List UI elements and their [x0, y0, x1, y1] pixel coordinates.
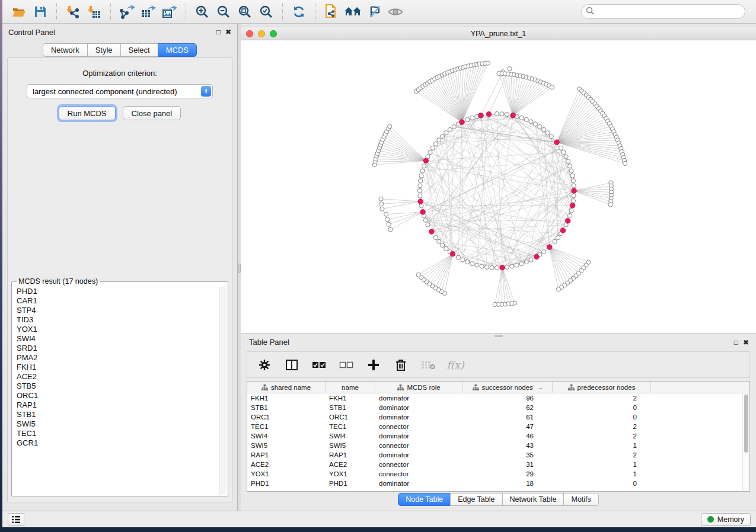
horizontal-splitter[interactable]	[495, 335, 503, 337]
close-window-button[interactable]	[246, 30, 253, 37]
mcds-list-item[interactable]: TEC1	[13, 429, 219, 438]
show-all-button[interactable]	[342, 2, 363, 21]
minimize-window-button[interactable]	[258, 30, 265, 37]
refresh-button[interactable]	[288, 2, 310, 21]
table-row[interactable]: ACE2ACE2connector311	[247, 460, 749, 469]
network-canvas[interactable]	[241, 40, 756, 334]
close-panel-button[interactable]: Close panel	[123, 106, 181, 120]
table-scrollbar-thumb[interactable]	[744, 395, 748, 453]
zoom-window-button[interactable]	[270, 30, 277, 37]
mcds-list-item[interactable]: ACE2	[13, 372, 219, 382]
mcds-list-item[interactable]: GCR1	[13, 438, 219, 448]
import-table-button[interactable]	[84, 2, 105, 21]
mcds-list-item[interactable]: SWI5	[13, 419, 219, 429]
mcds-list-item[interactable]: STB1	[13, 410, 219, 419]
column-header-MCDS-role[interactable]: MCDS role	[375, 382, 463, 393]
column-header-name[interactable]: name	[326, 382, 375, 393]
mcds-list-item[interactable]: TID3	[13, 315, 219, 325]
table-row[interactable]: YOX1YOX1connector291	[247, 469, 749, 479]
table-cell: SWI4	[247, 431, 326, 441]
import-network-icon	[66, 5, 80, 19]
table-cell: 1	[553, 469, 651, 479]
table-row[interactable]: ORC1ORC1dominator610	[247, 412, 749, 422]
tab-mcds[interactable]: MCDS	[158, 43, 197, 57]
create-column-button[interactable]	[366, 357, 381, 373]
table-row[interactable]: SWI4SWI4dominator462	[247, 431, 749, 441]
mcds-list-item[interactable]: CAR1	[13, 296, 219, 306]
open-file-button[interactable]	[8, 2, 30, 21]
table-cell: connector	[375, 460, 463, 469]
mcds-list-item[interactable]: RAP1	[13, 400, 219, 410]
table-scrollbar[interactable]	[742, 393, 749, 491]
close-table-panel-icon[interactable]: ✖	[743, 339, 749, 346]
table-row[interactable]: TEC1TEC1connector472	[247, 422, 749, 431]
open-folder-icon	[12, 5, 26, 18]
mcds-list-item[interactable]: YOX1	[13, 325, 219, 334]
table-tab-network-table[interactable]: Network Table	[502, 493, 564, 506]
zoom-fit-button[interactable]	[234, 2, 256, 21]
mcds-list-item[interactable]: STP4	[13, 306, 219, 315]
export-image-button[interactable]	[159, 2, 180, 21]
table-cell	[651, 431, 749, 441]
table-row[interactable]: PHD1PHD1dominator180	[247, 479, 749, 488]
criterion-dropdown[interactable]: largest connected component (undirected)…	[27, 84, 213, 98]
delete-column-button[interactable]	[393, 357, 409, 373]
save-session-button[interactable]	[30, 2, 51, 21]
column-label: MCDS role	[407, 384, 440, 391]
toolbar-separator	[186, 4, 186, 20]
mcds-list-item[interactable]: PHD1	[13, 287, 219, 296]
hide-all-columns-button[interactable]	[339, 357, 354, 373]
search-input[interactable]	[581, 4, 745, 19]
table-tab-motifs[interactable]: Motifs	[563, 493, 598, 506]
column-header-predecessor-nodes[interactable]: predecessor nodes	[553, 382, 651, 393]
mcds-list-item[interactable]: SRD1	[13, 344, 219, 353]
mcds-list-item[interactable]: SWI4	[13, 334, 219, 344]
table-cell	[651, 441, 749, 450]
float-table-panel-icon[interactable]: □	[734, 339, 738, 346]
mcds-list-item[interactable]: FKH1	[13, 363, 219, 372]
export-table-button[interactable]	[138, 2, 159, 21]
table-cell: FKH1	[326, 393, 375, 403]
run-mcds-button[interactable]: Run MCDS	[59, 106, 116, 120]
table-cell: ORC1	[247, 412, 326, 422]
export-network-button[interactable]	[116, 2, 138, 21]
table-row[interactable]: RAP1RAP1dominator352	[247, 450, 749, 460]
table-cell: dominator	[375, 412, 463, 422]
tab-network[interactable]: Network	[43, 43, 88, 57]
task-history-button[interactable]	[8, 513, 24, 526]
table-row[interactable]: SWI5SWI5connector431	[247, 441, 749, 450]
mcds-list-item[interactable]: PMA2	[13, 353, 219, 363]
tab-style[interactable]: Style	[87, 43, 121, 57]
table-settings-button[interactable]	[257, 357, 272, 373]
column-header-successor-nodes[interactable]: successor nodes⌄	[463, 382, 553, 393]
mcds-list-scrollbar[interactable]	[219, 287, 227, 495]
mcds-result-title: MCDS result (17 nodes)	[17, 277, 100, 286]
show-hidden-button[interactable]	[385, 2, 406, 21]
zoom-selected-button[interactable]	[256, 2, 277, 21]
column-header-shared-name[interactable]: shared name	[247, 382, 326, 393]
table-tab-node-table[interactable]: Node Table	[398, 493, 451, 506]
tab-select[interactable]: Select	[120, 43, 158, 57]
close-panel-icon[interactable]: ✖	[225, 28, 231, 36]
mcds-list-item[interactable]: STB5	[13, 382, 219, 391]
table-row[interactable]: FKH1FKH1dominator962	[247, 393, 749, 403]
table-cell	[651, 403, 749, 412]
float-panel-icon[interactable]: □	[216, 28, 221, 36]
zoom-in-button[interactable]	[192, 2, 213, 21]
import-network-button[interactable]	[62, 2, 84, 21]
network-graph[interactable]	[241, 40, 756, 334]
memory-button[interactable]: Memory	[701, 513, 751, 526]
table-cell: ACE2	[326, 460, 375, 469]
table-row[interactable]: STB1STB1dominator620	[247, 403, 749, 412]
table-cell: 29	[463, 469, 553, 479]
table-cell: dominator	[375, 479, 463, 488]
column-browser-button[interactable]	[284, 357, 299, 373]
status-bar: Memory	[2, 511, 756, 527]
show-all-columns-button[interactable]	[311, 357, 327, 373]
open-in-web-button[interactable]	[321, 2, 342, 21]
hide-selected-button[interactable]	[363, 2, 385, 21]
save-icon	[34, 5, 47, 18]
mcds-list-item[interactable]: ORC1	[13, 391, 219, 400]
table-tab-edge-table[interactable]: Edge Table	[450, 493, 502, 506]
zoom-out-button[interactable]	[213, 2, 234, 21]
